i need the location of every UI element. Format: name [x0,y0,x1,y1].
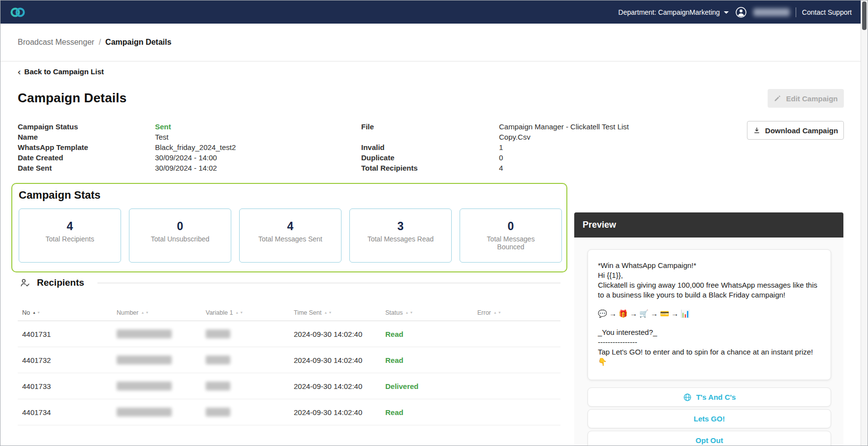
back-to-campaign-list-link[interactable]: ‹ Back to Campaign List [18,67,104,76]
edit-campaign-label: Edit Campaign [786,94,837,103]
cell-status: Read [385,330,477,338]
scrollbar-thumb[interactable] [862,1,867,30]
sort-icons: ▲▼ [324,311,332,314]
table-header-row: No ▲▼ Number ▲▼ Variable 1 ▲▼ Time Sent … [18,304,560,321]
chevron-left-icon: ‹ [18,68,21,75]
field-duplicate: Duplicate 0 [361,152,647,163]
details-left-column: Campaign Status Sent Name Test WhatsApp … [18,121,236,173]
preview-button-opt-out[interactable]: Opt Out [588,431,831,446]
sort-icons: ▲▼ [494,311,501,314]
back-link-label: Back to Campaign List [24,67,104,76]
cell-time-sent: 2024-09-30 14:02:40 [294,356,385,364]
stat-card-total-unsubscribed: 0 Total Unsubscribed [129,208,231,263]
user-avatar-icon[interactable] [735,6,747,19]
preview-title: Preview [583,220,616,230]
field-file: File Campaign Manager - Clickatell Test … [361,121,647,142]
redacted-number [117,382,172,390]
download-campaign-label: Download Campaign [765,126,838,135]
person-check-icon [20,277,31,288]
column-header-variable-1[interactable]: Variable 1 ▲▼ [206,309,294,316]
cell-status: Read [385,408,477,416]
preview-header: Preview [574,212,843,238]
redacted-variable [206,382,230,390]
redacted-variable [206,408,230,416]
table-row: 4401734 2024-09-30 14:02:40 Read [18,399,560,425]
sort-icons: ▲▼ [32,311,40,314]
details-right-column: File Campaign Manager - Clickatell Test … [361,121,647,173]
field-whatsapp-template: WhatsApp Template Black_friday_2024_test… [18,142,236,152]
preview-button-lets-go-label: Lets GO! [694,415,725,423]
sort-icons: ▲▼ [235,311,243,314]
stat-card-total-messages-read: 3 Total Messages Read [349,208,452,263]
download-icon [753,126,761,134]
campaign-status-value: Sent [155,121,171,132]
person-icon [735,6,747,18]
cell-status: Delivered [385,382,477,390]
message-line: Clickatell is giving away 100,000 free W… [598,280,821,300]
whatsapp-message-preview: *Win a WhatsApp Campaign!* Hi {{1}}, Cli… [588,249,831,380]
recipients-table: No ▲▼ Number ▲▼ Variable 1 ▲▼ Time Sent … [18,304,560,425]
table-row: 4401733 2024-09-30 14:02:40 Delivered [18,373,560,399]
stats-cards: 4 Total Recipients 0 Total Unsubscribed … [19,208,566,263]
campaign-stats-section: Campaign Stats 4 Total Recipients 0 Tota… [11,183,567,272]
chevron-down-icon [724,11,729,14]
field-date-created: Date Created 30/09/2024 - 14:00 [18,152,236,163]
edit-campaign-button[interactable]: Edit Campaign [768,89,844,108]
cell-time-sent: 2024-09-30 14:02:40 [294,408,385,416]
sort-icons: ▲▼ [405,311,413,314]
redacted-variable [206,329,230,338]
cell-time-sent: 2024-09-30 14:02:40 [294,330,385,338]
breadcrumb: Broadcast Messenger / Campaign Details [0,24,861,61]
preview-button-lets-go[interactable]: Lets GO! [588,409,831,428]
redacted-number [117,408,172,416]
column-header-no[interactable]: No ▲▼ [22,309,117,316]
column-header-error[interactable]: Error ▲▼ [477,309,560,316]
clickatell-logo-icon [9,6,26,18]
cell-no: 4401734 [22,408,117,416]
divider [796,7,796,17]
redacted-variable [206,356,230,364]
sort-icons: ▲▼ [141,311,149,314]
stat-card-total-recipients: 4 Total Recipients [19,208,121,263]
cell-no: 4401732 [22,356,117,364]
preview-button-terms-label: T's And C's [696,393,736,401]
field-date-sent: Date Sent 30/09/2024 - 14:02 [18,163,236,173]
preview-button-opt-out-label: Opt Out [696,436,723,445]
column-header-status[interactable]: Status ▲▼ [385,309,477,316]
column-header-time-sent[interactable]: Time Sent ▲▼ [294,309,385,316]
cell-status: Read [385,356,477,364]
cell-no: 4401731 [22,330,117,338]
field-name: Name Test [18,132,236,142]
column-header-number[interactable]: Number ▲▼ [117,309,206,316]
stat-card-total-messages-bounced: 0 Total Messages Bounced [460,208,562,263]
message-line: Tap Let's GO! to enter and to spin for a… [598,347,821,367]
cell-no: 4401733 [22,382,117,390]
redacted-username [753,8,790,16]
pencil-icon [774,94,781,102]
contact-support-link[interactable]: Contact Support [802,8,852,16]
app-window: Department: CampaignMarketing Contact Su… [0,0,868,446]
divider [97,283,560,283]
breadcrumb-parent[interactable]: Broadcast Messenger [18,38,94,47]
field-invalid: Invalid 1 [361,142,647,152]
vertical-scrollbar[interactable] [861,0,868,446]
globe-icon [683,393,692,402]
message-line: _You interested?_ [598,327,821,337]
breadcrumb-separator: / [99,38,101,47]
stat-card-total-messages-sent: 4 Total Messages Sent [239,208,341,263]
table-row: 4401731 2024-09-30 14:02:40 Read [18,321,560,347]
preview-button-terms[interactable]: T's And C's [588,387,831,407]
breadcrumb-current: Campaign Details [105,38,171,47]
navbar-right: Department: CampaignMarketing Contact Su… [619,6,852,19]
recipients-title: Recipients [37,277,84,288]
department-selector[interactable]: Department: CampaignMarketing [619,8,729,16]
message-line: ---------------- [598,337,821,347]
cell-time-sent: 2024-09-30 14:02:40 [294,382,385,390]
recipients-header: Recipients [20,277,560,288]
department-label: Department: CampaignMarketing [619,8,720,16]
download-campaign-button[interactable]: Download Campaign [747,121,844,140]
message-line: Hi {{1}}, [598,270,821,280]
clickatell-logo[interactable] [9,6,26,18]
message-line: *Win a WhatsApp Campaign!* [598,261,821,270]
redacted-number [117,356,172,364]
